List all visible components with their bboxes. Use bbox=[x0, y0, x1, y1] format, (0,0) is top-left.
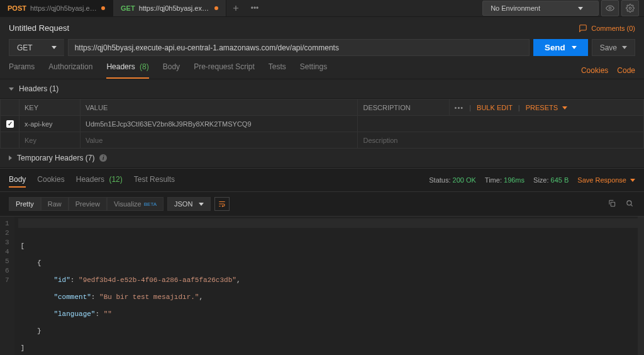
tab-title: https://qj0h5byasj.execute-api.. bbox=[139, 4, 211, 12]
svg-point-0 bbox=[609, 7, 611, 9]
chevron-down-icon bbox=[562, 106, 567, 110]
format-raw[interactable]: Raw bbox=[41, 197, 69, 211]
cell-key-placeholder[interactable]: Key bbox=[19, 132, 80, 149]
chevron-down-icon bbox=[52, 46, 57, 49]
chevron-right-icon bbox=[9, 155, 12, 161]
status-label: Status: bbox=[429, 176, 450, 184]
format-preview[interactable]: Preview bbox=[69, 197, 107, 211]
tab-tests[interactable]: Tests bbox=[269, 62, 286, 79]
format-visualize[interactable]: VisualizeBETA bbox=[107, 197, 164, 211]
tab-more-button[interactable]: ••• bbox=[245, 0, 264, 16]
tab-headers-label: Headers bbox=[106, 62, 135, 71]
temp-headers-label: Temporary Headers (7) bbox=[17, 154, 94, 162]
comments-button[interactable]: Comments (0) bbox=[579, 24, 635, 33]
chevron-down-icon bbox=[199, 203, 204, 206]
comment-icon bbox=[579, 24, 587, 33]
cell-key[interactable]: x-api-key bbox=[19, 116, 80, 132]
ellipsis-icon: ••• bbox=[251, 4, 259, 13]
tab-method: GET bbox=[121, 4, 135, 12]
bulk-edit-button[interactable]: Bulk Edit bbox=[477, 104, 513, 111]
send-button[interactable]: Send bbox=[533, 39, 588, 56]
tab-request-1[interactable]: GET https://qj0h5byasj.execute-api.. bbox=[113, 0, 226, 16]
time-value: 196ms bbox=[504, 176, 525, 184]
cell-value-placeholder[interactable]: Value bbox=[80, 132, 357, 149]
resp-tab-body[interactable]: Body bbox=[9, 172, 26, 188]
url-text: https://qj0h5byasj.execute-api.eu-centra… bbox=[75, 43, 339, 52]
tab-dirty-icon bbox=[101, 6, 105, 10]
headers-table: Key Value Description ••• | Bulk Edit | … bbox=[0, 99, 644, 149]
status-value: 200 OK bbox=[453, 176, 476, 184]
svg-point-1 bbox=[629, 7, 631, 9]
wrap-icon bbox=[218, 200, 226, 208]
tab-prerequest[interactable]: Pre-request Script bbox=[194, 62, 255, 79]
tab-params[interactable]: Params bbox=[9, 62, 35, 79]
temp-headers-toggle[interactable]: Temporary Headers (7) i bbox=[0, 149, 644, 168]
col-key: Key bbox=[19, 99, 80, 116]
gear-icon bbox=[626, 4, 635, 13]
table-row-empty[interactable]: Key Value Description bbox=[1, 132, 644, 149]
resp-tab-cookies[interactable]: Cookies bbox=[37, 172, 64, 188]
eye-icon bbox=[606, 4, 614, 13]
plus-icon bbox=[231, 4, 240, 13]
save-label: Save bbox=[600, 43, 617, 52]
tab-method: POST bbox=[8, 4, 26, 12]
scrollbar-vertical[interactable] bbox=[638, 217, 644, 355]
chevron-down-icon bbox=[9, 87, 14, 91]
copy-button[interactable] bbox=[606, 199, 618, 210]
tab-authorization[interactable]: Authorization bbox=[48, 62, 92, 79]
cell-desc-placeholder[interactable]: Description bbox=[358, 132, 644, 149]
chevron-down-icon bbox=[578, 7, 583, 10]
comments-label: Comments (0) bbox=[591, 25, 635, 32]
code-content[interactable]: [ { "id": "9edf3b4d-e52b-4f06-a286-aaf5f… bbox=[14, 217, 644, 355]
search-icon bbox=[625, 199, 634, 208]
request-title[interactable]: Untitled Request bbox=[9, 23, 69, 33]
more-headers-button[interactable]: ••• bbox=[455, 104, 464, 111]
tab-add-button[interactable] bbox=[226, 0, 245, 16]
env-settings-button[interactable] bbox=[621, 0, 639, 16]
tab-title: https://qj0h5byasj.execute-api.. bbox=[30, 4, 97, 12]
size-value: 645 B bbox=[551, 176, 569, 184]
info-icon[interactable]: i bbox=[99, 154, 107, 162]
chevron-down-icon[interactable] bbox=[622, 46, 627, 49]
save-button[interactable]: Save bbox=[592, 39, 635, 56]
cookies-link[interactable]: Cookies bbox=[581, 66, 608, 75]
chevron-down-icon[interactable] bbox=[572, 46, 577, 49]
resp-tab-headers[interactable]: Headers (12) bbox=[76, 172, 123, 188]
tab-body[interactable]: Body bbox=[163, 62, 180, 79]
cursor-line bbox=[18, 218, 640, 228]
wrap-lines-button[interactable] bbox=[214, 197, 230, 211]
save-response-button[interactable]: Save Response bbox=[577, 176, 635, 184]
url-input[interactable]: https://qj0h5byasj.execute-api.eu-centra… bbox=[68, 39, 530, 56]
environment-label: No Environment bbox=[491, 4, 540, 12]
line-gutter: 1 2 3 4 5 6 7 bbox=[0, 217, 14, 355]
col-check bbox=[1, 99, 19, 116]
row-checkbox[interactable]: ✓ bbox=[6, 120, 14, 128]
response-body-editor[interactable]: 1 2 3 4 5 6 7 [ { "id": "9edf3b4d-e52b-4… bbox=[0, 217, 644, 355]
code-link[interactable]: Code bbox=[617, 66, 635, 75]
svg-point-3 bbox=[627, 200, 631, 205]
copy-icon bbox=[608, 199, 616, 208]
svg-rect-2 bbox=[611, 202, 614, 206]
method-select[interactable]: GET bbox=[9, 39, 64, 56]
cell-description[interactable] bbox=[358, 116, 644, 132]
format-pretty[interactable]: Pretty bbox=[9, 197, 41, 211]
tab-headers-count: (8) bbox=[140, 62, 149, 71]
tab-dirty-icon bbox=[214, 6, 218, 10]
send-label: Send bbox=[545, 43, 565, 52]
headers-section-toggle[interactable]: Headers (1) bbox=[0, 79, 644, 99]
presets-button[interactable]: Presets bbox=[526, 104, 567, 111]
search-button[interactable] bbox=[624, 199, 635, 210]
resp-tab-tests[interactable]: Test Results bbox=[134, 172, 175, 188]
tab-headers[interactable]: Headers (8) bbox=[106, 62, 148, 79]
headers-section-title: Headers (1) bbox=[19, 84, 58, 93]
tab-request-0[interactable]: POST https://qj0h5byasj.execute-api.. bbox=[0, 0, 113, 16]
table-row[interactable]: ✓ x-api-key Udm5n1EJcp3CtI63EV2bn8kJ9RBy… bbox=[1, 116, 644, 132]
method-label: GET bbox=[17, 43, 33, 52]
env-quick-look-button[interactable] bbox=[601, 0, 619, 16]
col-value: Value bbox=[80, 99, 357, 116]
tab-settings[interactable]: Settings bbox=[300, 62, 327, 79]
cell-value[interactable]: Udm5n1EJcp3CtI63EV2bn8kJ9RBy8XRK2TMSYCQ9 bbox=[80, 116, 357, 132]
body-format-select[interactable]: JSON bbox=[167, 197, 211, 211]
environment-select[interactable]: No Environment bbox=[482, 1, 599, 16]
size-label: Size: bbox=[533, 176, 548, 184]
